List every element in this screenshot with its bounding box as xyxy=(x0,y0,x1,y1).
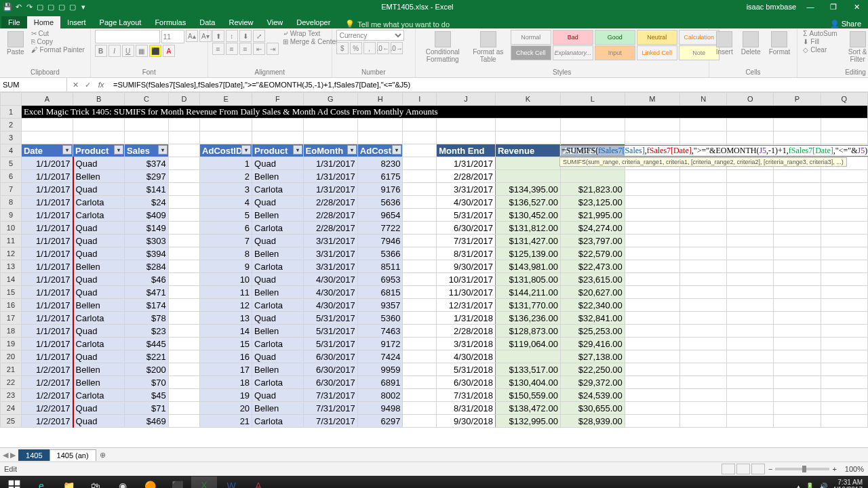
cell-H19[interactable]: 9172 xyxy=(357,338,403,350)
dec-decimal-icon[interactable]: .0→ xyxy=(391,42,403,54)
cell-O22[interactable] xyxy=(727,376,774,389)
qat-icon[interactable]: ▢ xyxy=(57,2,66,12)
cell-M11[interactable] xyxy=(625,235,679,247)
format-table-button[interactable]: Format as Table xyxy=(469,30,508,64)
cell-K8[interactable]: $136,527.00 xyxy=(495,196,560,209)
row-header[interactable]: 8 xyxy=(1,196,22,209)
cell-A23[interactable]: 1/2/2017 xyxy=(21,389,73,402)
cell-L13[interactable]: $22,473.00 xyxy=(560,260,625,273)
cell-I12[interactable] xyxy=(403,247,437,260)
cell-B4[interactable]: Product▾ xyxy=(73,144,125,157)
cell-K16[interactable]: $131,770.00 xyxy=(495,299,560,312)
cell-C18[interactable]: $23 xyxy=(125,325,169,338)
cell-M24[interactable] xyxy=(625,402,679,415)
cell-H18[interactable]: 7463 xyxy=(357,325,403,338)
cell-G14[interactable]: 4/30/2017 xyxy=(303,273,357,286)
bold-button[interactable]: B xyxy=(95,45,107,57)
fx-icon[interactable]: fx xyxy=(94,81,108,89)
sheet-nav[interactable]: ◀ ▶ xyxy=(0,451,18,460)
currency-icon[interactable]: $ xyxy=(336,42,349,54)
cell-Q13[interactable] xyxy=(821,260,867,273)
cell-I22[interactable] xyxy=(403,376,437,389)
col-header-P[interactable]: P xyxy=(774,93,821,106)
cell-F23[interactable]: Quad xyxy=(252,389,304,402)
cell-L14[interactable]: $23,615.00 xyxy=(560,273,625,286)
cell-K12[interactable]: $125,139.00 xyxy=(495,247,560,260)
cell-C25[interactable]: $469 xyxy=(125,415,169,428)
cell-B20[interactable]: Quad xyxy=(73,350,125,363)
cell-L25[interactable]: $28,939.00 xyxy=(560,415,625,428)
align-left-icon[interactable]: ≡ xyxy=(212,43,224,55)
sheet-tab-1405[interactable]: 1405 xyxy=(18,449,50,461)
tab-insert[interactable]: Insert xyxy=(60,16,93,28)
cell-I19[interactable] xyxy=(403,338,437,350)
cell-I10[interactable] xyxy=(403,222,437,235)
cell-M6[interactable] xyxy=(625,170,679,183)
italic-button[interactable]: I xyxy=(108,45,121,57)
cell-J6[interactable]: 2/28/2017 xyxy=(437,170,496,183)
cell-D25[interactable] xyxy=(168,415,199,428)
row-header[interactable]: 22 xyxy=(1,376,22,389)
cell-C19[interactable]: $445 xyxy=(125,338,169,350)
cell-A13[interactable]: 1/1/2017 xyxy=(21,260,73,273)
cell-A4[interactable]: Date▾ xyxy=(21,144,73,157)
cell-J21[interactable]: 5/31/2018 xyxy=(437,363,496,376)
cell-N18[interactable] xyxy=(680,325,727,338)
cell-E23[interactable]: 19 xyxy=(200,389,252,402)
col-header-J[interactable]: J xyxy=(437,93,496,106)
cell-H9[interactable]: 9654 xyxy=(357,209,403,222)
copy-button[interactable]: ⎘ Copy xyxy=(30,38,86,45)
cell-D13[interactable] xyxy=(168,260,199,273)
cell-B11[interactable]: Quad xyxy=(73,235,125,247)
cell-A20[interactable]: 1/1/2017 xyxy=(21,350,73,363)
cell-I25[interactable] xyxy=(403,415,437,428)
cell-M10[interactable] xyxy=(625,222,679,235)
cell-I14[interactable] xyxy=(403,273,437,286)
cell-N22[interactable] xyxy=(680,376,727,389)
cell-A6[interactable]: 1/1/2017 xyxy=(21,170,73,183)
cell-P12[interactable] xyxy=(774,247,821,260)
cell-Q10[interactable] xyxy=(821,222,867,235)
cell-I18[interactable] xyxy=(403,325,437,338)
cell-K4[interactable]: Revenue xyxy=(495,144,560,157)
cell-O14[interactable] xyxy=(727,273,774,286)
cell-O6[interactable] xyxy=(727,170,774,183)
cell-F7[interactable]: Carlota xyxy=(252,183,304,196)
cell-D11[interactable] xyxy=(168,235,199,247)
cell-B5[interactable]: Quad xyxy=(73,157,125,170)
filter-icon[interactable]: ▾ xyxy=(347,145,357,155)
merge-center-button[interactable]: ⊞ Merge & Center xyxy=(281,38,340,45)
cell-M25[interactable] xyxy=(625,415,679,428)
cell-Q19[interactable] xyxy=(821,338,867,350)
cell-K11[interactable]: $131,427.00 xyxy=(495,235,560,247)
cell-G13[interactable]: 3/31/2017 xyxy=(303,260,357,273)
cell-E9[interactable]: 5 xyxy=(200,209,252,222)
cell-D2[interactable] xyxy=(168,119,199,131)
cell-F9[interactable]: Bellen xyxy=(252,209,304,222)
app-icon[interactable]: ⬛ xyxy=(164,477,190,488)
qat-more-icon[interactable]: ▾ xyxy=(79,2,88,12)
volume-icon[interactable]: 🔊 xyxy=(819,483,827,489)
cell-N24[interactable] xyxy=(680,402,727,415)
cell-G5[interactable]: 1/31/2017 xyxy=(303,157,357,170)
cell-E3[interactable] xyxy=(200,131,252,144)
align-right-icon[interactable]: ≡ xyxy=(239,43,252,55)
col-header-L[interactable]: L xyxy=(560,93,625,106)
col-header-B[interactable]: B xyxy=(73,93,125,106)
col-header-H[interactable]: H xyxy=(357,93,403,106)
orientation-icon[interactable]: ⤢ xyxy=(253,30,265,42)
cell-B3[interactable] xyxy=(73,131,125,144)
cell-Q18[interactable] xyxy=(821,325,867,338)
cell-Q3[interactable] xyxy=(821,131,867,144)
cell-H2[interactable] xyxy=(357,119,403,131)
cell-G25[interactable]: 7/31/2017 xyxy=(303,415,357,428)
cell-P21[interactable] xyxy=(774,363,821,376)
cell-H23[interactable]: 8002 xyxy=(357,389,403,402)
cell-N25[interactable] xyxy=(680,415,727,428)
cell-N15[interactable] xyxy=(680,286,727,299)
cell-I13[interactable] xyxy=(403,260,437,273)
cell-J24[interactable]: 8/31/2018 xyxy=(437,402,496,415)
cell-K5[interactable] xyxy=(495,157,560,170)
cell-B23[interactable]: Carlota xyxy=(73,389,125,402)
cell-K21[interactable]: $133,517.00 xyxy=(495,363,560,376)
